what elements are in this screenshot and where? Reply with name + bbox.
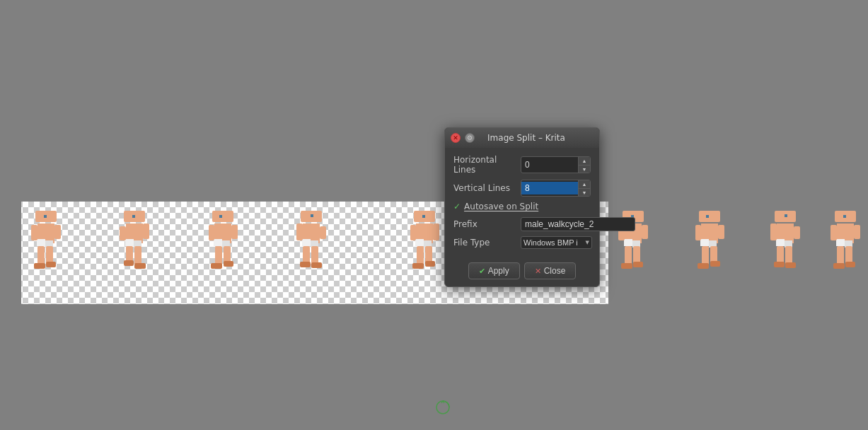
horizontal-lines-input[interactable]	[521, 158, 578, 171]
svg-rect-54	[412, 263, 424, 269]
svg-rect-77	[710, 261, 720, 267]
svg-rect-24	[219, 215, 222, 218]
svg-rect-26	[214, 239, 222, 246]
svg-rect-76	[698, 263, 709, 269]
apply-check-icon: ✔	[479, 267, 485, 276]
svg-rect-44	[311, 262, 322, 268]
svg-rect-83	[770, 223, 777, 240]
file-type-select[interactable]: Windows BMP i PNG JPEG TIFF	[521, 236, 592, 249]
svg-rect-17	[120, 226, 126, 240]
file-type-label: File Type	[453, 238, 521, 248]
svg-rect-48	[415, 239, 424, 246]
svg-rect-11	[46, 262, 56, 267]
svg-rect-43	[300, 262, 311, 267]
svg-rect-96	[837, 246, 844, 266]
svg-rect-79	[785, 214, 787, 217]
autosave-row: ✓ Autosave on Split	[453, 202, 591, 211]
svg-rect-98	[833, 263, 845, 269]
apply-button[interactable]: ✔ Apply	[468, 262, 520, 279]
svg-rect-40	[320, 226, 326, 239]
svg-rect-18	[143, 223, 149, 239]
svg-rect-62	[642, 225, 648, 239]
file-type-select-wrapper: Windows BMP i PNG JPEG TIFF	[521, 236, 592, 249]
minimize-icon: ⚙	[467, 134, 473, 141]
character-7	[685, 205, 734, 293]
prefix-label: Prefix	[453, 219, 521, 229]
vertical-lines-input[interactable]	[521, 182, 578, 194]
horizontal-lines-label: Horizontal Lines	[453, 155, 521, 175]
svg-rect-87	[774, 262, 785, 267]
svg-rect-74	[702, 246, 709, 266]
character-4	[287, 205, 336, 293]
svg-rect-81	[776, 239, 785, 246]
svg-rect-6	[31, 225, 37, 240]
svg-rect-92	[836, 239, 845, 246]
svg-rect-59	[624, 239, 632, 246]
svg-rect-95	[854, 225, 860, 239]
svg-rect-35	[311, 214, 313, 217]
svg-rect-21	[124, 260, 134, 266]
svg-rect-37	[302, 239, 311, 246]
svg-rect-70	[700, 239, 709, 246]
svg-rect-90	[843, 215, 846, 218]
character-1	[21, 205, 71, 293]
character-3	[198, 205, 248, 293]
svg-rect-88	[785, 262, 796, 268]
svg-rect-52	[417, 246, 424, 266]
prefix-input[interactable]	[521, 217, 635, 231]
dialog-buttons: ✔ Apply ✕ Close	[445, 260, 599, 286]
autosave-label[interactable]: Autosave on Split	[464, 202, 538, 211]
svg-rect-94	[831, 225, 837, 240]
svg-rect-67	[699, 211, 720, 222]
close-label: Close	[544, 266, 566, 276]
close-button[interactable]: ✕ Close	[524, 262, 577, 279]
vertical-lines-arrows: ▲ ▼	[578, 180, 590, 196]
svg-rect-65	[621, 263, 632, 269]
svg-rect-22	[134, 263, 146, 269]
svg-rect-10	[34, 263, 45, 269]
vertical-lines-up-btn[interactable]: ▲	[579, 180, 590, 188]
svg-rect-84	[794, 226, 800, 239]
character-5	[400, 205, 449, 293]
svg-rect-30	[215, 246, 222, 266]
svg-rect-39	[296, 223, 303, 240]
horizontal-lines-arrows: ▲ ▼	[578, 157, 590, 173]
horizontal-lines-down-btn[interactable]: ▼	[579, 165, 590, 173]
horizontal-lines-spinbox: ▲ ▼	[521, 156, 591, 173]
autosave-check-icon: ✓	[453, 202, 461, 211]
svg-rect-4	[37, 239, 45, 246]
svg-rect-8	[37, 246, 45, 266]
svg-rect-28	[209, 225, 214, 240]
dialog-minimize-btn[interactable]: ⚙	[465, 133, 475, 143]
close-x-icon: ✕	[453, 134, 458, 141]
cursor-indicator	[434, 399, 451, 416]
image-split-dialog: ✕ ⚙ Image Split – Krita Horizontal Lines…	[444, 127, 600, 287]
svg-rect-32	[211, 263, 222, 269]
dialog-body: Horizontal Lines ▲ ▼ Vertical Lines ▲ ▼	[445, 148, 599, 260]
svg-rect-72	[695, 225, 701, 240]
svg-rect-13	[132, 215, 135, 218]
svg-rect-68	[706, 215, 709, 218]
close-x-btn-icon: ✕	[535, 267, 541, 276]
dialog-titlebar: ✕ ⚙ Image Split – Krita	[445, 128, 599, 148]
vertical-lines-spinbox: ▲ ▼	[521, 180, 591, 197]
svg-rect-46	[422, 215, 425, 218]
svg-rect-23	[212, 211, 233, 222]
vertical-lines-label: Vertical Lines	[453, 183, 521, 193]
dialog-close-btn[interactable]: ✕	[451, 133, 461, 143]
svg-rect-33	[224, 261, 233, 267]
horizontal-lines-up-btn[interactable]: ▲	[579, 157, 590, 165]
character-2	[110, 205, 159, 293]
character-9	[821, 205, 868, 293]
vertical-lines-down-btn[interactable]: ▼	[579, 188, 590, 196]
svg-rect-63	[625, 246, 632, 266]
svg-rect-50	[410, 225, 416, 240]
svg-rect-20	[134, 246, 141, 266]
apply-label: Apply	[488, 266, 509, 276]
file-type-row: File Type Windows BMP i PNG JPEG TIFF	[453, 236, 591, 249]
svg-rect-2	[44, 215, 47, 218]
strip-left-cover	[0, 202, 21, 304]
svg-rect-15	[125, 239, 134, 246]
svg-rect-55	[425, 261, 435, 267]
horizontal-lines-row: Horizontal Lines ▲ ▼	[453, 155, 591, 175]
